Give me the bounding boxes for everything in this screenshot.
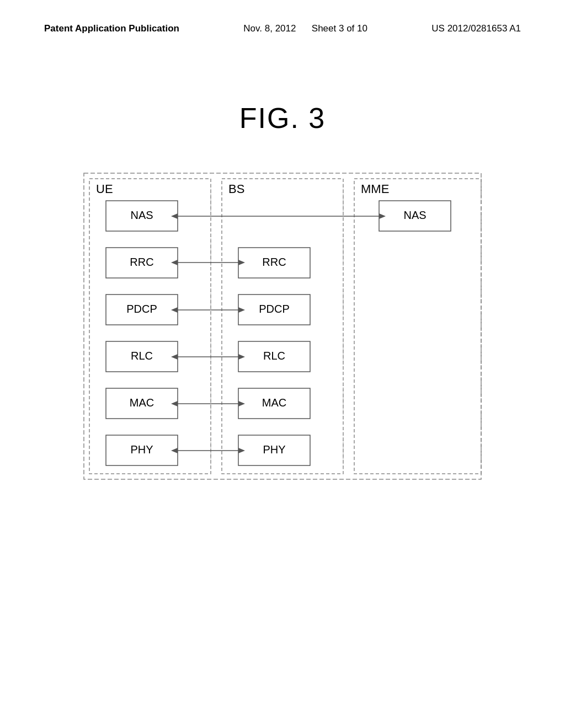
header: Patent Application Publication Nov. 8, 2… bbox=[0, 0, 565, 35]
sheet-info: Sheet 3 of 10 bbox=[312, 23, 367, 34]
bs-pdcp-label: PDCP bbox=[259, 303, 290, 315]
header-right: US 2012/0281653 A1 bbox=[431, 22, 521, 35]
ue-rlc-label: RLC bbox=[131, 350, 153, 362]
page: Patent Application Publication Nov. 8, 2… bbox=[0, 0, 565, 728]
bs-label: BS bbox=[228, 182, 244, 196]
bs-phy-label: PHY bbox=[263, 443, 285, 456]
header-left: Patent Application Publication bbox=[44, 22, 179, 35]
bs-rlc-label: RLC bbox=[263, 350, 285, 362]
bs-rrc-label: RRC bbox=[262, 256, 286, 268]
publication-date: Nov. 8, 2012 bbox=[243, 23, 296, 34]
figure-title: FIG. 3 bbox=[0, 101, 565, 135]
publication-label: Patent Application Publication bbox=[44, 23, 179, 34]
ue-label: UE bbox=[96, 182, 113, 196]
diagram-container: UE BS MME NAS RRC PDCP bbox=[0, 168, 565, 488]
ue-mac-label: MAC bbox=[130, 397, 154, 409]
diagram-svg: UE BS MME NAS RRC PDCP bbox=[78, 168, 487, 488]
ue-phy-label: PHY bbox=[130, 443, 153, 456]
header-center: Nov. 8, 2012 Sheet 3 of 10 bbox=[243, 22, 367, 35]
ue-nas-label: NAS bbox=[130, 209, 153, 221]
ue-pdcp-label: PDCP bbox=[126, 303, 157, 315]
protocol-stack-diagram: UE BS MME NAS RRC PDCP bbox=[78, 168, 487, 488]
bs-mac-label: MAC bbox=[262, 397, 286, 409]
patent-number: US 2012/0281653 A1 bbox=[431, 23, 521, 34]
ue-rrc-label: RRC bbox=[130, 256, 153, 268]
svg-rect-2 bbox=[222, 179, 343, 474]
mme-nas-label: NAS bbox=[403, 209, 426, 221]
mme-label: MME bbox=[361, 182, 389, 196]
